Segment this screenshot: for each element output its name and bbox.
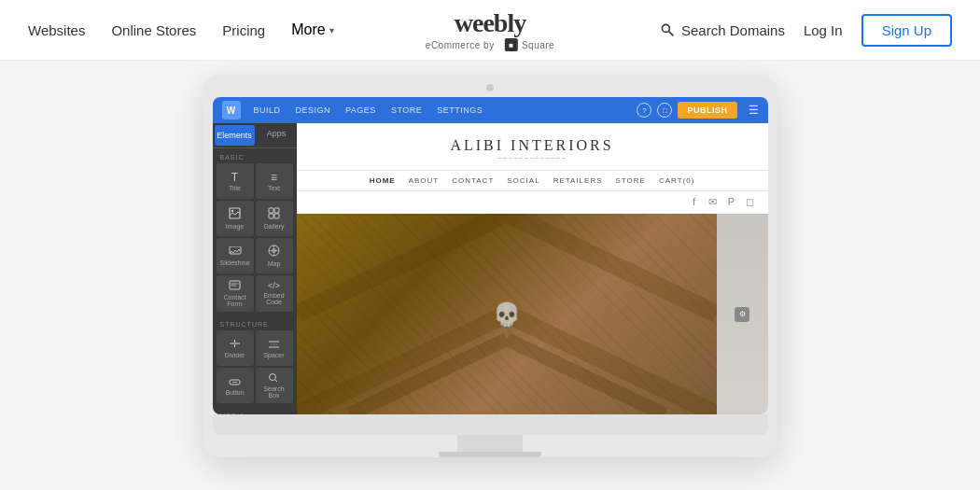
tab-elements[interactable]: Elements bbox=[215, 125, 255, 146]
button-icon bbox=[229, 376, 241, 387]
nav-left: Websites Online Stores Pricing More ▾ bbox=[28, 21, 334, 38]
search-domains-link[interactable]: Search Domains bbox=[660, 22, 785, 38]
site-nav-home[interactable]: HOME bbox=[370, 176, 396, 185]
title-label: Title bbox=[229, 185, 241, 191]
monitor-base bbox=[439, 452, 541, 457]
section-basic-label: BASIC bbox=[213, 148, 297, 163]
sidebar-tabs: Elements Apps bbox=[213, 123, 297, 148]
topbar-icons: ? □ PUBLISH ☰ bbox=[637, 102, 758, 119]
weebly-w-icon: W bbox=[222, 101, 241, 119]
site-header: Alibi Interiors ~~~~~~~~~~~~~ bbox=[297, 123, 768, 171]
spacer-label: Spacer bbox=[263, 352, 284, 358]
divider-icon bbox=[229, 339, 241, 350]
topbar-pages[interactable]: PAGES bbox=[338, 97, 384, 123]
nav-more-label: More bbox=[291, 21, 325, 38]
svg-rect-7 bbox=[274, 214, 279, 218]
sidebar-item-contact-form[interactable]: Contact Form bbox=[217, 275, 254, 312]
instagram-icon[interactable]: ◻ bbox=[744, 196, 757, 209]
site-nav-contact[interactable]: CONTACT bbox=[452, 176, 494, 185]
sidebar-item-embed-code[interactable]: </> Embed Code bbox=[256, 275, 293, 312]
svg-rect-13 bbox=[230, 281, 240, 289]
svg-line-29 bbox=[507, 315, 717, 415]
monitor-screen: W BUILD DESIGN PAGES STORE SETTINGS ? □ … bbox=[213, 97, 768, 414]
sidebar-item-button[interactable]: Button bbox=[217, 368, 254, 403]
svg-rect-2 bbox=[230, 208, 240, 218]
topbar-settings[interactable]: SETTINGS bbox=[429, 97, 490, 123]
svg-point-24 bbox=[270, 374, 276, 381]
logo-sub: eCommerce by ■ Square bbox=[426, 38, 554, 51]
monitor-stand-area bbox=[213, 435, 768, 457]
preview-right-panel: ⚙ bbox=[717, 214, 768, 414]
title-icon: T bbox=[231, 172, 238, 183]
text-icon: ≡ bbox=[271, 172, 277, 183]
nav-right: Search Domains Log In Sign Up bbox=[660, 14, 952, 47]
skull-decoration: 💀 bbox=[493, 301, 521, 328]
sidebar-item-search-box[interactable]: Search Box bbox=[256, 368, 293, 403]
svg-point-0 bbox=[662, 24, 669, 32]
help-icon[interactable]: ? bbox=[637, 103, 651, 118]
gallery-icon bbox=[268, 207, 280, 221]
nav-pricing[interactable]: Pricing bbox=[222, 22, 265, 38]
monitor-camera bbox=[486, 84, 494, 91]
facebook-icon[interactable]: f bbox=[688, 196, 701, 209]
sidebar-item-divider[interactable]: Divider bbox=[217, 330, 254, 366]
svg-rect-5 bbox=[274, 208, 279, 213]
search-domains-label: Search Domains bbox=[681, 22, 785, 38]
login-button[interactable]: Log In bbox=[804, 22, 843, 38]
preview-icon[interactable]: □ bbox=[657, 103, 672, 118]
sidebar-item-spacer[interactable]: Spacer bbox=[256, 330, 293, 366]
slideshow-label: Slideshow bbox=[220, 259, 250, 266]
embed-code-icon: </> bbox=[268, 282, 280, 290]
builder-topbar: W BUILD DESIGN PAGES STORE SETTINGS ? □ … bbox=[213, 97, 768, 123]
sidebar-item-image[interactable]: Image bbox=[217, 201, 254, 236]
map-icon bbox=[268, 245, 280, 259]
square-icon: ■ bbox=[505, 38, 518, 51]
sidebar-item-gallery[interactable]: Gallery bbox=[256, 201, 293, 236]
search-icon bbox=[660, 22, 675, 37]
hero-image: 💀 bbox=[297, 214, 717, 414]
divider-label: Divider bbox=[225, 352, 245, 358]
map-label: Map bbox=[268, 260, 281, 267]
topbar-nav: BUILD DESIGN PAGES STORE SETTINGS bbox=[246, 97, 637, 123]
logo-text: weebly bbox=[455, 8, 525, 38]
button-label: Button bbox=[225, 389, 244, 396]
topbar-build[interactable]: BUILD bbox=[246, 97, 288, 123]
weebly-logo[interactable]: weebly eCommerce by ■ Square bbox=[426, 8, 554, 51]
site-nav-social[interactable]: SOCIAL bbox=[507, 176, 539, 185]
svg-line-25 bbox=[275, 380, 279, 383]
chevron-down-icon: ▾ bbox=[329, 25, 334, 35]
sidebar-item-map[interactable]: Map bbox=[256, 238, 293, 273]
sidebar-item-text[interactable]: ≡ Text bbox=[256, 163, 293, 199]
monitor-mockup: W BUILD DESIGN PAGES STORE SETTINGS ? □ … bbox=[203, 75, 777, 457]
menu-icon[interactable]: ☰ bbox=[749, 104, 759, 117]
site-nav-cart[interactable]: CART(0) bbox=[659, 176, 694, 185]
svg-line-26 bbox=[297, 214, 507, 315]
nav-more[interactable]: More ▾ bbox=[291, 21, 333, 38]
website-preview: Alibi Interiors ~~~~~~~~~~~~~ HOME ABOUT… bbox=[297, 123, 768, 414]
spacer-icon bbox=[268, 339, 280, 350]
signup-button[interactable]: Sign Up bbox=[861, 14, 952, 47]
contact-form-icon bbox=[229, 280, 241, 292]
settings-indicator: ⚙ bbox=[735, 307, 749, 322]
embed-code-label: Embed Code bbox=[258, 292, 291, 305]
image-icon bbox=[229, 207, 241, 221]
section-structure-label: STRUCTURE bbox=[213, 315, 297, 330]
search-box-label: Search Box bbox=[258, 385, 291, 399]
site-nav-retailers[interactable]: RETAILERS bbox=[553, 176, 603, 185]
publish-button[interactable]: PUBLISH bbox=[678, 102, 736, 119]
gallery-label: Gallery bbox=[263, 223, 284, 230]
nav-websites[interactable]: Websites bbox=[28, 22, 85, 38]
structure-grid: Divider Spacer bbox=[213, 330, 297, 407]
svg-rect-4 bbox=[269, 208, 273, 213]
site-nav-store[interactable]: STORE bbox=[616, 176, 646, 185]
svg-line-28 bbox=[297, 315, 507, 415]
email-icon[interactable]: ✉ bbox=[707, 196, 720, 209]
tab-apps[interactable]: Apps bbox=[257, 123, 297, 147]
sidebar-item-slideshow[interactable]: Slideshow bbox=[217, 238, 254, 273]
topbar-store[interactable]: STORE bbox=[384, 97, 429, 123]
sidebar-item-title[interactable]: T Title bbox=[217, 163, 254, 199]
site-nav-about[interactable]: ABOUT bbox=[409, 176, 440, 185]
pinterest-icon[interactable]: P bbox=[725, 196, 738, 209]
topbar-design[interactable]: DESIGN bbox=[288, 97, 339, 123]
nav-online-stores[interactable]: Online Stores bbox=[111, 22, 196, 38]
